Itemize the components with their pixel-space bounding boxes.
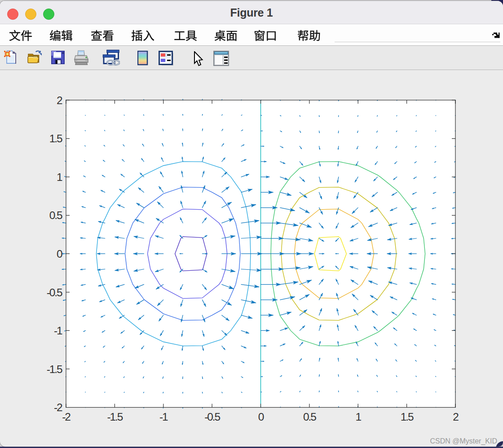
svg-text:-1.5: -1.5 <box>47 363 62 375</box>
svg-text:0: 0 <box>57 248 62 260</box>
svg-text:1.5: 1.5 <box>401 411 414 423</box>
svg-text:1: 1 <box>355 411 361 423</box>
svg-text:-2: -2 <box>54 401 62 413</box>
svg-text:-1: -1 <box>159 411 168 423</box>
svg-text:-1: -1 <box>54 325 62 337</box>
svg-text:-2: -2 <box>62 411 71 423</box>
svg-text:1.5: 1.5 <box>49 132 62 145</box>
svg-text:0.5: 0.5 <box>303 411 316 423</box>
svg-text:-0.5: -0.5 <box>47 286 62 299</box>
svg-text:2: 2 <box>453 411 459 423</box>
svg-text:2: 2 <box>57 94 62 106</box>
svg-text:0: 0 <box>258 411 264 423</box>
svg-text:1: 1 <box>57 171 62 183</box>
svg-text:-0.5: -0.5 <box>204 411 220 423</box>
svg-text:0.5: 0.5 <box>49 209 62 221</box>
svg-text:-1.5: -1.5 <box>107 411 123 423</box>
